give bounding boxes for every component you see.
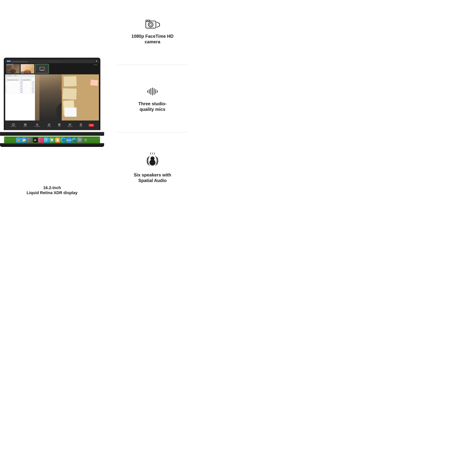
reactions-label: Reactions — [47, 126, 51, 127]
dock-app-folder[interactable]: 📁 — [22, 137, 27, 143]
cell: 3 — [5, 91, 20, 93]
toolbar-summary[interactable]: ✦ Summary — [23, 123, 28, 127]
settings-icon: ⚙️ — [78, 138, 82, 141]
corkboard — [62, 74, 99, 120]
participant2-name: Carmen Sharafeldeen — [21, 72, 31, 73]
cell: 786 — [32, 81, 35, 83]
cork-paper-5 — [65, 107, 77, 117]
folder-icon: 📁 — [22, 138, 26, 142]
right-section: 1080p FaceTime HD camera Three studio- q… — [104, 0, 201, 201]
svg-point-0 — [11, 65, 15, 69]
toolbar-apps[interactable]: Apps — [58, 123, 61, 127]
screen-share-icon — [39, 66, 45, 72]
mic-feature-icon — [146, 85, 159, 98]
reactions-icon — [48, 123, 50, 126]
dock-app-finder[interactable]: 😀 — [16, 137, 21, 143]
mic-feature-icon-container — [144, 85, 161, 98]
spreadsheet-overlay: 💬 Comments ↗ Share 🔍 — [5, 74, 35, 120]
participant-thumb-2: Carmen Sharafeldeen — [20, 64, 34, 74]
laptop-container: zoom ▲ Mon Oct 30 9:41 AM 🔋 are viewing … — [0, 58, 104, 147]
camera-dot — [52, 59, 52, 59]
dock-app-music[interactable]: 🎵 — [38, 137, 44, 143]
table-row: 93352838 — [5, 87, 35, 89]
display-caption-line2: Liquid Retina XDR display — [4, 190, 101, 195]
camera-feature-icon — [145, 18, 160, 30]
svg-text:✦: ✦ — [37, 124, 37, 125]
cell: 0 — [5, 89, 20, 91]
summary-label: Summary — [23, 126, 27, 127]
svg-rect-34 — [58, 125, 59, 125]
dock-app-apple[interactable] — [27, 137, 32, 143]
cork-paper-4 — [90, 80, 98, 86]
dock-app-camera[interactable]: 📷 — [72, 137, 77, 143]
pages-icon: 📄 — [56, 139, 59, 141]
cell: 3 — [5, 85, 20, 87]
display-caption-line1: 16.2-inch — [4, 185, 101, 190]
cell: 3352 — [20, 87, 32, 89]
share-screen-label: Share Screen — [11, 126, 16, 127]
cell: 838 — [32, 87, 35, 89]
end-call-button[interactable]: End — [89, 124, 94, 127]
appletv-icon: ▶ — [34, 139, 36, 141]
search-icon: 🔍 — [6, 77, 7, 78]
toolbar-ai-companion[interactable]: ✦ AI Companion — [34, 123, 41, 127]
apps-label: Apps — [58, 126, 60, 127]
apps-icon — [58, 123, 60, 126]
svg-point-48 — [148, 22, 153, 27]
zoom-dock-icon: zoom — [66, 139, 71, 141]
feature-camera: 1080p FaceTime HD camera — [132, 17, 173, 45]
feature-mics: Three studio- quality mics — [138, 85, 167, 112]
spreadsheet-header: 💬 Comments ↗ Share — [5, 74, 35, 77]
svg-rect-32 — [58, 124, 59, 124]
toolbar-share-screen[interactable]: Share Screen — [10, 123, 17, 127]
whiteboards-icon — [69, 123, 71, 126]
svg-rect-35 — [60, 125, 60, 125]
dock-app-pages[interactable]: 📄 — [55, 137, 60, 143]
whiteboards-label: Whiteboards — [67, 126, 72, 127]
zoom-bar-right: 🔋 — [96, 60, 97, 62]
participant3-name: Ivan Fuentes — [36, 71, 42, 73]
svg-point-49 — [150, 23, 152, 26]
cell: 3562 — [20, 91, 32, 93]
svg-text:😀: 😀 — [18, 139, 19, 141]
dock-app-trash[interactable]: 🗑️ — [83, 137, 88, 143]
spreadsheet-table: Projected Reduction (Tons) Cost Savings … — [5, 79, 35, 93]
svg-rect-36 — [69, 124, 71, 125]
svg-rect-4 — [40, 67, 44, 70]
dock-app-zoom[interactable]: zoom — [66, 137, 71, 143]
toolbar-whiteboards[interactable]: Whiteboards — [67, 123, 73, 127]
dock-app-numbers[interactable]: 📊 — [50, 137, 55, 143]
laptop-chassis — [0, 143, 104, 147]
dock-app-store[interactable]: Ⓐ — [61, 137, 66, 143]
left-section: zoom ▲ Mon Oct 30 9:41 AM 🔋 are viewing … — [0, 0, 104, 201]
cell: 891 — [32, 91, 35, 93]
participants-bar: David Beau... Carmen Sharafeldeen — [5, 63, 99, 74]
view-options-btn[interactable]: View Options ▾ — [6, 64, 14, 66]
notification-text: are viewing Ivan Fuentes's screen — [12, 61, 27, 62]
dock-app-settings[interactable]: ⚙️ — [77, 137, 83, 143]
ai-companion-icon: ✦ — [36, 123, 38, 126]
laptop-screen-outer: zoom ▲ Mon Oct 30 9:41 AM 🔋 are viewing … — [4, 58, 101, 130]
svg-point-29 — [48, 124, 50, 125]
cell: 676 — [32, 83, 35, 85]
spreadsheet-search: 🔍 — [5, 77, 35, 79]
screen-notification: are viewing Ivan Fuentes's screen — [11, 60, 93, 63]
svg-point-30 — [49, 124, 49, 125]
appstore-icon: Ⓐ — [62, 138, 65, 142]
toolbar-notes[interactable]: Notes — [79, 123, 82, 127]
toolbar-reactions[interactable]: Reactions — [47, 123, 51, 127]
cell: 720 — [32, 85, 35, 87]
summary-icon: ✦ — [24, 123, 26, 126]
laptop-screen-bezel: zoom ▲ Mon Oct 30 9:41 AM 🔋 are viewing … — [5, 59, 99, 130]
participant-thumb-3: Ivan Fuentes — [35, 64, 49, 74]
dock-app-appletv[interactable]: ▶ — [33, 137, 38, 143]
cork-paper-2 — [63, 88, 77, 100]
view-label: ⊞ View — [94, 64, 97, 65]
mac-dock: 😀 📁 ▶ 🎵 A 📊 — [4, 136, 100, 144]
dock-app-translate[interactable]: A — [44, 137, 49, 143]
svg-point-2 — [25, 65, 30, 70]
spatial-audio-icon — [142, 153, 163, 169]
main-video-area: 💬 Comments ↗ Share 🔍 — [5, 74, 99, 120]
spatial-feature-icon-container — [142, 153, 163, 169]
cork-paper-1 — [63, 76, 77, 87]
